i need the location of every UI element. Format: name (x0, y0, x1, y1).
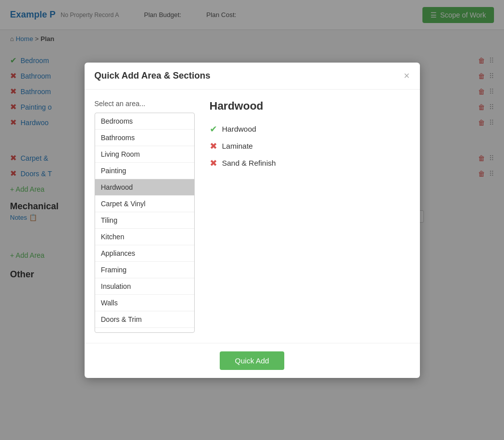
right-panel: Hardwood ✔ Hardwood ✖ Laminate ✖ Sand & … (210, 100, 410, 333)
area-list-item-walls[interactable]: Walls (95, 295, 194, 311)
section-cross-laminate: ✖ (210, 141, 217, 152)
modal-close-button[interactable]: × (404, 71, 410, 81)
area-list-item-bathrooms[interactable]: Bathrooms (95, 130, 194, 146)
section-label-sand: Sand & Refinish (222, 159, 276, 167)
area-list-item-hardwood[interactable]: Hardwood (95, 179, 194, 196)
area-list-item-painting[interactable]: Painting (95, 163, 194, 179)
modal-body: Select an area... Bedrooms Bathrooms Liv… (85, 90, 420, 343)
section-item-laminate: ✖ Laminate (210, 138, 410, 155)
section-check-hardwood: ✔ (210, 124, 217, 135)
modal-overlay: Quick Add Area & Sections × Select an ar… (0, 0, 504, 440)
area-list-item-kitchen[interactable]: Kitchen (95, 229, 194, 245)
area-list-item-doors-trim[interactable]: Doors & Trim (95, 311, 194, 328)
section-cross-sand: ✖ (210, 158, 217, 169)
left-panel: Select an area... Bedrooms Bathrooms Liv… (95, 100, 195, 333)
section-label-laminate: Laminate (222, 142, 253, 150)
area-list-item-living-room[interactable]: Living Room (95, 146, 194, 163)
area-list-item-framing[interactable]: Framing (95, 262, 194, 278)
area-list-item-tiling[interactable]: Tiling (95, 212, 194, 229)
area-list: Bedrooms Bathrooms Living Room Painting … (95, 113, 195, 333)
selected-area-title: Hardwood (210, 100, 410, 113)
quick-add-button[interactable]: Quick Add (220, 351, 284, 370)
modal: Quick Add Area & Sections × Select an ar… (85, 63, 420, 378)
area-list-item-bedrooms[interactable]: Bedrooms (95, 113, 194, 130)
area-list-item-carpet-vinyl[interactable]: Carpet & Vinyl (95, 196, 194, 212)
area-list-item-basement[interactable]: Basement (95, 328, 194, 333)
area-list-item-appliances[interactable]: Appliances (95, 245, 194, 262)
select-area-label: Select an area... (95, 100, 195, 108)
modal-footer: Quick Add (85, 343, 420, 378)
modal-header: Quick Add Area & Sections × (85, 63, 420, 90)
section-item-sand-refinish: ✖ Sand & Refinish (210, 155, 410, 172)
section-item-hardwood: ✔ Hardwood (210, 121, 410, 138)
area-list-item-insulation[interactable]: Insulation (95, 278, 194, 295)
section-label-hardwood: Hardwood (222, 125, 256, 133)
modal-title: Quick Add Area & Sections (95, 71, 211, 81)
